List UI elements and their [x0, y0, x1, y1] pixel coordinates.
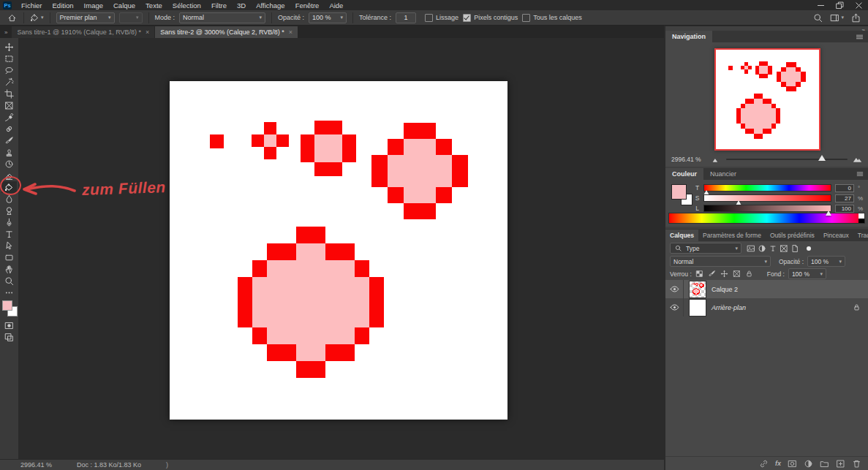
layer-link-button[interactable] [759, 459, 769, 469]
menu-fichier[interactable]: Fichier [16, 0, 48, 10]
layer-plusrect-button[interactable] [836, 459, 845, 469]
checkbox-box[interactable] [463, 14, 471, 22]
share-icon[interactable] [851, 13, 861, 23]
move-tool[interactable] [1, 41, 17, 53]
status-flyout-arrow[interactable]: ) [166, 461, 168, 469]
layer-row-1[interactable]: Calque 2 [665, 280, 868, 298]
tab-navigation[interactable]: Navigation [665, 31, 712, 42]
slider-track[interactable] [703, 194, 831, 202]
checkbox-tous-les-calques[interactable]: Tous les calques [522, 14, 582, 22]
home-icon[interactable] [6, 12, 18, 23]
menu-fen-tre[interactable]: Fenêtre [290, 0, 325, 10]
clone-stamp-tool[interactable] [1, 146, 17, 158]
healing-tool[interactable] [1, 123, 17, 134]
menu-3d[interactable]: 3D [232, 0, 251, 10]
foreground-color-swatch[interactable] [2, 300, 12, 311]
layer-folder-button[interactable] [820, 459, 829, 469]
layer-mask-button[interactable] [788, 459, 797, 469]
filter-toggle-pin[interactable] [807, 246, 811, 251]
hand-tool[interactable] [1, 263, 17, 275]
fill-source-select[interactable]: Premier plan ▾ [56, 12, 115, 23]
tab-trac-s[interactable]: Tracés [853, 230, 868, 241]
layer-effects-button[interactable]: fx [775, 460, 781, 467]
layer-halfcircle-button[interactable] [804, 459, 813, 469]
menu-aide[interactable]: Aide [324, 0, 348, 10]
lock-checker-icon[interactable] [695, 270, 703, 278]
toolbar-collapse-icon[interactable]: » [0, 29, 12, 38]
filter-halfcircle-icon[interactable] [756, 243, 767, 254]
zoom-tool[interactable] [1, 275, 17, 287]
document-canvas[interactable] [170, 81, 507, 420]
zoom-out-icon[interactable] [712, 155, 721, 164]
menu-affichage[interactable]: Affichage [251, 0, 290, 10]
checkbox-pixels-contigus[interactable]: Pixels contigus [463, 14, 518, 22]
spectrum-bw-end[interactable] [858, 213, 864, 223]
frame-tool[interactable] [1, 99, 17, 111]
eyedropper-tool[interactable] [1, 111, 17, 123]
menu-edition[interactable]: Edition [48, 0, 79, 10]
layer-search-select[interactable]: Type ▾ [670, 243, 741, 254]
quick-mask-button[interactable] [1, 319, 17, 331]
lock-frame-icon[interactable] [733, 270, 741, 278]
document-tab-2[interactable]: Sans titre-2 @ 3000% (Calque 2, RVB/8) *… [155, 26, 298, 38]
checkbox-box[interactable] [425, 14, 433, 22]
more-tools[interactable] [1, 287, 17, 298]
slider-handle[interactable] [818, 155, 826, 161]
color-spectrum-ramp[interactable] [668, 213, 865, 224]
layer-visibility-eye-icon[interactable] [665, 280, 684, 298]
menu-calque[interactable]: Calque [108, 0, 140, 10]
close-tab-icon[interactable]: × [289, 29, 293, 36]
navigator-zoom-value[interactable]: 2996.41 % [671, 156, 706, 163]
lasso-tool[interactable] [1, 64, 17, 76]
workspace-switcher[interactable]: ▾ [830, 13, 844, 23]
tool-preset-picker[interactable]: ▾ [30, 13, 44, 23]
foreground-color-swatch[interactable] [671, 184, 687, 200]
search-icon[interactable] [813, 13, 823, 23]
navigator-zoom-slider[interactable] [726, 159, 848, 160]
layer-fill-select[interactable]: 100 % ▾ [788, 268, 826, 279]
crop-tool[interactable] [1, 88, 17, 99]
checkbox-lissage[interactable]: Lissage [425, 14, 458, 22]
panel-menu-icon[interactable] [856, 170, 864, 178]
shape-tool[interactable] [1, 251, 17, 263]
layer-name[interactable]: Arrière-plan [712, 304, 746, 311]
close-button[interactable] [849, 0, 868, 10]
slider-value[interactable]: 100 [835, 205, 854, 213]
slider-value[interactable]: 27 [835, 194, 854, 202]
blend-mode-select[interactable]: Normal ▾ [670, 256, 771, 267]
opacity-select[interactable]: 100 % ▾ [309, 12, 347, 23]
type-tool[interactable] [1, 228, 17, 240]
tab-calques[interactable]: Calques [665, 230, 698, 241]
checkbox-box[interactable] [522, 14, 530, 22]
layer-visibility-eye-icon[interactable] [665, 298, 684, 317]
menu-filtre[interactable]: Filtre [206, 0, 232, 10]
layer-trash-button[interactable] [852, 459, 861, 469]
document-tab-1[interactable]: Sans titre-1 @ 1910% (Calque 1, RVB/8) *… [12, 26, 154, 38]
pattern-select[interactable]: ▾ [119, 12, 143, 23]
panel-menu-icon[interactable] [855, 32, 864, 42]
history-brush-tool[interactable] [1, 158, 17, 170]
lock-lock-icon[interactable] [745, 270, 753, 278]
photoshop-logo[interactable]: Ps [3, 1, 12, 10]
path-selection-tool[interactable] [1, 240, 17, 251]
tab-nuancier[interactable]: Nuancier [703, 168, 743, 180]
layer-thumbnail[interactable] [689, 281, 706, 298]
magic-wand-tool[interactable] [1, 76, 17, 88]
tab-couleur[interactable]: Couleur [665, 168, 703, 180]
filter-page-icon[interactable] [789, 243, 800, 254]
filter-typeT-icon[interactable] [767, 243, 778, 254]
layer-thumbnail[interactable] [689, 299, 706, 317]
dodge-tool[interactable] [1, 205, 17, 216]
brush-tool[interactable] [1, 134, 17, 146]
close-tab-icon[interactable]: × [146, 29, 149, 36]
slider-track[interactable] [703, 184, 831, 192]
zoom-in-icon[interactable] [853, 155, 862, 164]
pen-tool[interactable] [1, 216, 17, 228]
slider-value[interactable]: 0 [835, 184, 854, 192]
menu-s-lection[interactable]: Sélection [167, 0, 206, 10]
lock-brush-icon[interactable] [708, 270, 716, 278]
layer-name[interactable]: Calque 2 [712, 286, 738, 293]
layer-row-2[interactable]: Arrière-plan [665, 298, 868, 317]
tab-outils-pr-d-finis[interactable]: Outils prédéfinis [766, 230, 819, 241]
screen-mode-button[interactable] [1, 331, 17, 343]
